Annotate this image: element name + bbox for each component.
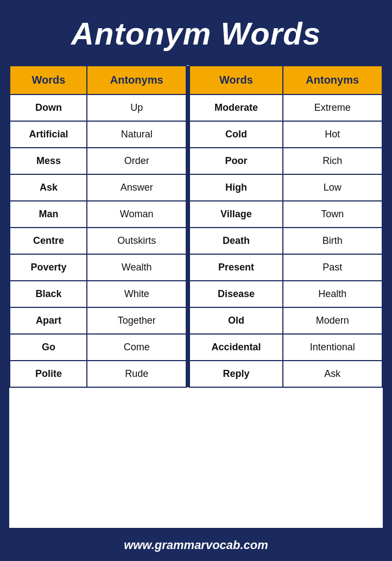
col1-header: Words [10, 66, 87, 94]
table-container: Words Antonyms Words Antonyms Down Up Mo… [8, 64, 384, 530]
table-row: Down Up Moderate Extreme [10, 94, 382, 121]
antonym-left: Order [87, 148, 186, 174]
antonym-right: Hot [283, 121, 382, 148]
table-row: Mess Order Poor Rich [10, 148, 382, 174]
antonym-right: Birth [283, 228, 382, 254]
antonym-left: Woman [87, 201, 186, 228]
antonym-left: Together [87, 307, 186, 334]
col3-header: Words [189, 66, 283, 94]
word-right: Cold [189, 121, 283, 148]
antonym-left: Outskirts [87, 228, 186, 254]
word-left: Apart [10, 307, 87, 334]
antonym-right: Extreme [283, 94, 382, 121]
table-row: Man Woman Village Town [10, 201, 382, 228]
antonym-left: White [87, 281, 186, 307]
table-row: Black White Disease Health [10, 281, 382, 307]
antonym-left: Wealth [87, 254, 186, 281]
word-right: Reply [189, 361, 283, 387]
page-title: Antonym Words [5, 15, 387, 52]
word-right: Old [189, 307, 283, 334]
antonym-right: Modern [283, 307, 382, 334]
word-left: Black [10, 281, 87, 307]
antonym-right: Town [283, 201, 382, 228]
page-footer: www.grammarvocab.com [0, 530, 392, 561]
word-right: Poor [189, 148, 283, 174]
table-row: Go Come Accidental Intentional [10, 334, 382, 361]
table-row: Apart Together Old Modern [10, 307, 382, 334]
word-left: Go [10, 334, 87, 361]
word-right: Moderate [189, 94, 283, 121]
col2-header: Antonyms [87, 66, 186, 94]
word-left: Down [10, 94, 87, 121]
page-header: Antonym Words [0, 0, 392, 64]
table-row: Polite Rude Reply Ask [10, 361, 382, 387]
word-left: Mess [10, 148, 87, 174]
antonym-right: Health [283, 281, 382, 307]
antonym-right: Rich [283, 148, 382, 174]
word-right: Village [189, 201, 283, 228]
antonym-table: Words Antonyms Words Antonyms Down Up Mo… [9, 65, 382, 388]
antonym-right: Low [283, 174, 382, 201]
word-left: Man [10, 201, 87, 228]
antonym-right: Ask [283, 361, 382, 387]
word-left: Artificial [10, 121, 87, 148]
footer-url: www.grammarvocab.com [124, 538, 268, 552]
word-right: Accidental [189, 334, 283, 361]
word-left: Poverty [10, 254, 87, 281]
antonym-right: Past [283, 254, 382, 281]
table-row: Ask Answer High Low [10, 174, 382, 201]
antonym-left: Natural [87, 121, 186, 148]
antonym-left: Up [87, 94, 186, 121]
antonym-left: Rude [87, 361, 186, 387]
word-left: Centre [10, 228, 87, 254]
table-row: Poverty Wealth Present Past [10, 254, 382, 281]
antonym-left: Come [87, 334, 186, 361]
word-right: Disease [189, 281, 283, 307]
col4-header: Antonyms [283, 66, 382, 94]
antonym-right: Intentional [283, 334, 382, 361]
word-right: Present [189, 254, 283, 281]
word-left: Polite [10, 361, 87, 387]
word-right: High [189, 174, 283, 201]
table-row: Centre Outskirts Death Birth [10, 228, 382, 254]
word-left: Ask [10, 174, 87, 201]
table-row: Artificial Natural Cold Hot [10, 121, 382, 148]
word-right: Death [189, 228, 283, 254]
antonym-left: Answer [87, 174, 186, 201]
